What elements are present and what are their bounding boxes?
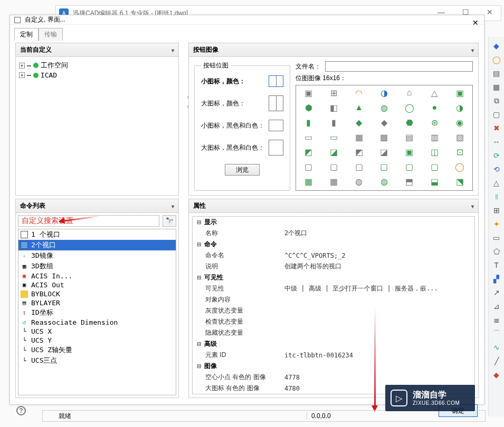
ucsx-icon: └ <box>21 328 28 335</box>
dialog-tabs: 定制 传输 <box>10 25 484 41</box>
tool-line-icon[interactable]: ╱ <box>492 356 501 366</box>
tree-item-icad[interactable]: + ⋯ ICAD <box>19 71 175 80</box>
small-bw-swatch[interactable] <box>269 120 283 131</box>
acisout-icon: ▣ <box>21 282 28 289</box>
tree-bullet-icon: ⋯ <box>27 62 31 70</box>
dialog-close-icon[interactable]: ✕ <box>472 18 479 27</box>
search-binoculars-icon[interactable]: 🔭 <box>163 215 176 227</box>
tool-box-icon[interactable]: ▢ <box>492 110 501 119</box>
small-bw-label: 小图标，黑色和白色： <box>201 121 264 130</box>
green-dot-icon <box>33 63 39 68</box>
tool-move-icon[interactable]: ↔ <box>492 137 501 147</box>
command-row[interactable]: └UCS X <box>18 327 176 336</box>
command-row[interactable]: ↺Reassociate Dimension <box>18 318 176 327</box>
mirror3d-icon: ✧ <box>21 252 28 259</box>
bitmap-legend: 按钮位图 <box>201 61 231 70</box>
command-search-input[interactable] <box>18 215 159 227</box>
properties-grid[interactable]: 显示 名称2个视口 命令 命令名^C^C^C_VPORTS;_2 说明创建两个相… <box>192 216 475 394</box>
bitmap-icon-grid[interactable]: ▣⊞◠◑⌂△▣ ⬢◧▲◍◯●◑ ▮▮◆◆⬣⊛◉ ▭▭▦▩▤▥▧ ◩◪◩◪▣◫⊡ … <box>296 85 473 191</box>
watermark-brand: 溜溜自学 <box>413 390 460 400</box>
tree-expand-icon[interactable]: + <box>19 72 25 78</box>
status-bar: 就绪 0.0,0.0 <box>42 410 486 422</box>
command-row[interactable]: ↧ID坐标 <box>18 307 176 318</box>
dialog-title: 自定义, 界面... <box>25 15 65 24</box>
play-icon: ▷ <box>391 390 407 406</box>
panel-collapse-icon[interactable] <box>170 202 174 210</box>
command-row[interactable]: ▣ACIS In... <box>18 271 176 280</box>
tool-end-icon[interactable]: ◆ <box>492 370 501 380</box>
command-row[interactable]: ▤BYLAYER <box>18 298 176 307</box>
panel-collapse-icon[interactable] <box>470 202 474 210</box>
tool-spline-icon[interactable]: ∿ <box>492 343 501 352</box>
browse-button[interactable]: 浏览 <box>225 164 260 176</box>
file-name-input[interactable] <box>325 61 473 72</box>
right-toolbar: ◆ ◯ ▤ ▦ ⧉ ▢ ✖ ↔ ⟳ ⟲ △ ⫴ ⊞ ✦ ▭ ⬠ T ▞ ↗ ⊿ … <box>488 37 504 416</box>
command-row[interactable]: └UCS Z轴矢量 <box>18 345 176 355</box>
tool-chart-icon[interactable]: ▞ <box>492 274 501 284</box>
acisin-icon: ▣ <box>21 273 28 280</box>
tree-expand-icon[interactable]: + <box>19 63 25 69</box>
tree-item-workspace[interactable]: + ⋯ 工作空间 <box>19 60 175 71</box>
tool-arc-icon[interactable]: ⌒ <box>492 329 501 338</box>
tool-copy-icon[interactable]: ⧉ <box>492 96 501 105</box>
tool-mirror-icon[interactable]: △ <box>492 178 501 188</box>
large-bw-swatch[interactable] <box>269 140 283 156</box>
tool-circle-icon[interactable]: ◯ <box>492 55 501 64</box>
small-color-label: 小图标，颜色： <box>201 77 245 86</box>
panel-button-image-title: 按钮图像 <box>193 45 218 54</box>
customize-tree[interactable]: + ⋯ 工作空间 + ⋯ ICAD <box>16 57 178 195</box>
tree-item-label: 工作空间 <box>41 61 68 70</box>
array3d-icon: ▦ <box>21 263 28 270</box>
reassoc-icon: ↺ <box>21 319 28 326</box>
panel-command-list: 命令列表 🔭 1 个视口 2个视口 ✧3D镜像 ▦3D数组 ▣ACIS In..… <box>15 199 179 398</box>
tool-measure-icon[interactable]: ↗ <box>492 288 501 297</box>
tool-layer-icon[interactable]: ≣ <box>492 315 501 325</box>
panel-collapse-icon[interactable] <box>170 46 174 54</box>
status-coords: 0.0,0.0 <box>307 412 335 420</box>
tool-rotate-icon[interactable]: ⟳ <box>492 151 501 160</box>
tool-array-icon[interactable]: ▦ <box>492 82 501 92</box>
file-name-label: 文件名： <box>296 62 321 71</box>
large-color-swatch[interactable] <box>269 95 283 111</box>
small-color-swatch[interactable] <box>269 75 283 87</box>
help-icon[interactable]: ? <box>16 406 26 415</box>
tool-grid-icon[interactable]: ⊞ <box>492 206 501 215</box>
panel-properties: 属性 显示 名称2个视口 命令 命令名^C^C^C_VPORTS;_2 说明创建… <box>188 199 479 398</box>
large-bw-label: 大图标，黑色和白色： <box>201 143 264 152</box>
command-row[interactable]: ▦3D数组 <box>18 261 176 271</box>
idcoord-icon: ↧ <box>21 309 28 316</box>
ucs3pt-icon: └ <box>21 357 28 364</box>
command-list[interactable]: 1 个视口 2个视口 ✧3D镜像 ▦3D数组 ▣ACIS In... ▣ACIS… <box>18 229 176 395</box>
command-row[interactable]: 1 个视口 <box>18 229 176 240</box>
tool-delete-icon[interactable]: ✖ <box>492 123 501 133</box>
tree-item-label: ICAD <box>41 71 57 79</box>
tool-text-icon[interactable]: T <box>492 260 501 270</box>
panel-properties-title: 属性 <box>193 201 206 210</box>
byblock-icon <box>21 290 28 298</box>
command-row[interactable]: BYBLOCK <box>18 289 176 298</box>
command-row[interactable]: ✧3D镜像 <box>18 250 176 261</box>
tool-refresh-icon[interactable]: ⟲ <box>492 164 501 174</box>
panel-command-list-title: 命令列表 <box>20 201 45 210</box>
panel-collapse-icon[interactable] <box>470 46 474 54</box>
green-dot-icon <box>33 73 39 78</box>
tool-align-icon[interactable]: ⫴ <box>492 192 501 201</box>
tool-snap-icon[interactable]: ✦ <box>492 219 501 229</box>
tool-poly-icon[interactable]: ⬠ <box>492 247 501 256</box>
splitter-handle[interactable]: ›‹ <box>187 93 189 110</box>
tab-customize[interactable]: 定制 <box>14 28 39 41</box>
tool-dim-icon[interactable]: ⊿ <box>492 302 501 311</box>
tool-rect-icon[interactable]: ▭ <box>492 233 501 242</box>
tab-transfer[interactable]: 传输 <box>39 28 63 41</box>
command-row[interactable]: ▣ACIS Out <box>18 280 176 289</box>
command-row-selected[interactable]: 2个视口 <box>18 240 176 250</box>
command-row[interactable]: └UCS三点 <box>18 355 176 366</box>
window-close-icon[interactable]: ✕ <box>483 8 497 16</box>
dialog-titlebar: 自定义, 界面... ✕ <box>10 15 484 25</box>
panel-current-customize-title: 当前自定义 <box>20 45 52 54</box>
command-row[interactable]: └UCS Y <box>18 336 176 345</box>
viewport2-icon <box>21 241 28 249</box>
bitmap-grid-label: 位图图像 16x16： <box>296 74 473 83</box>
tool-icon[interactable]: ◆ <box>492 41 501 51</box>
tool-hatch-icon[interactable]: ▤ <box>492 69 501 78</box>
